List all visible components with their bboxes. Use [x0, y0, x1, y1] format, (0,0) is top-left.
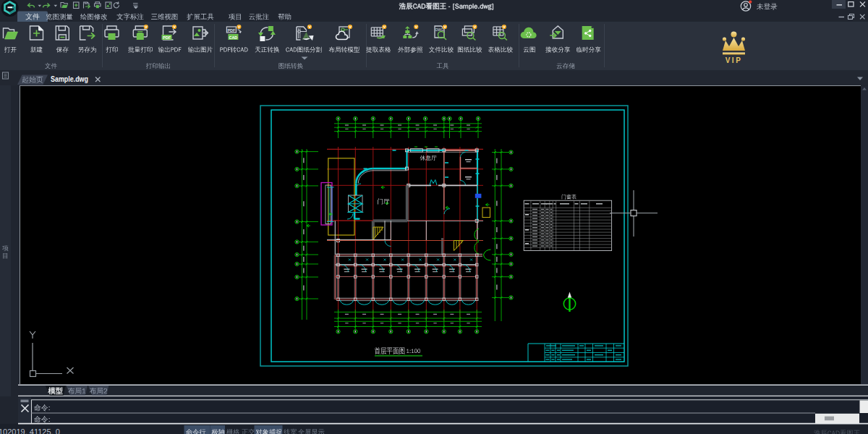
svg-text:VIP: VIP	[726, 56, 743, 64]
svg-text:PDF: PDF	[228, 28, 236, 33]
svg-text:CAD: CAD	[229, 35, 238, 40]
svg-text:PDF: PDF	[163, 35, 171, 40]
svg-text:102019, 41125, 0: 102019, 41125, 0	[0, 427, 60, 434]
svg-text:Sample.dwg: Sample.dwg	[51, 75, 88, 83]
